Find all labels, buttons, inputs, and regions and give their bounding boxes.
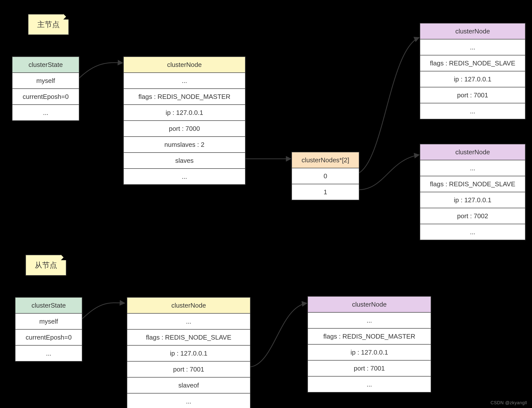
upper-slave-node-b: clusterNode ... flags : REDIS_NODE_SLAVE… — [420, 144, 526, 240]
table-row: ip : 127.0.0.1 — [124, 104, 245, 120]
lower-clusterstate: clusterState myself currentEposh=0 ... — [15, 297, 82, 362]
table-row: flags : REDIS_NODE_MASTER — [308, 328, 431, 344]
table-header: clusterNodes*[2] — [292, 152, 359, 168]
table-row: flags : REDIS_NODE_SLAVE — [420, 55, 525, 71]
table-row: port : 7001 — [308, 360, 431, 376]
table-header: clusterNode — [308, 297, 431, 312]
table-row: port : 7002 — [420, 208, 525, 224]
table-header: clusterNode — [127, 298, 250, 313]
table-row: currentEposh=0 — [15, 329, 82, 345]
upper-master-node: clusterNode ... flags : REDIS_NODE_MASTE… — [123, 56, 246, 185]
note-master: 主节点 — [28, 14, 69, 35]
table-row: currentEposh=0 — [12, 88, 79, 104]
table-row: ... — [12, 104, 79, 120]
table-row: ... — [420, 103, 525, 119]
table-row: ip : 127.0.0.1 — [127, 345, 250, 361]
watermark: CSDN @zkyangll — [491, 400, 527, 406]
table-row: 0 — [292, 168, 359, 184]
table-row: slaveof — [127, 377, 250, 393]
table-row: port : 7001 — [127, 361, 250, 377]
table-row: flags : REDIS_NODE_SLAVE — [127, 329, 250, 345]
diagram-canvas: 主节点 从节点 clusterState myself currentEposh… — [0, 0, 532, 408]
table-row: ip : 127.0.0.1 — [420, 71, 525, 87]
table-row: ip : 127.0.0.1 — [308, 344, 431, 360]
table-header: clusterNode — [420, 144, 525, 160]
table-row: slaves — [124, 152, 245, 168]
table-row: ... — [420, 160, 525, 176]
table-row: ... — [127, 393, 250, 408]
lower-master-node: clusterNode ... flags : REDIS_NODE_MASTE… — [307, 296, 431, 393]
table-row: ... — [124, 168, 245, 184]
upper-slave-node-a: clusterNode ... flags : REDIS_NODE_SLAVE… — [420, 23, 526, 119]
table-row: port : 7001 — [420, 87, 525, 103]
table-row: myself — [15, 313, 82, 329]
table-header: clusterState — [12, 57, 79, 72]
note-slave: 从节点 — [25, 255, 66, 276]
table-header: clusterNode — [124, 57, 245, 72]
table-row: ... — [308, 376, 431, 392]
table-row: ip : 127.0.0.1 — [420, 192, 525, 208]
table-row: flags : REDIS_NODE_MASTER — [124, 88, 245, 104]
table-row: ... — [124, 72, 245, 88]
table-row: myself — [12, 72, 79, 88]
table-row: ... — [127, 313, 250, 329]
table-row: ... — [15, 345, 82, 361]
table-row: ... — [420, 224, 525, 240]
table-row: port : 7000 — [124, 120, 245, 136]
upper-slaves-array: clusterNodes*[2] 0 1 — [291, 152, 359, 200]
table-row: flags : REDIS_NODE_SLAVE — [420, 176, 525, 192]
upper-clusterstate: clusterState myself currentEposh=0 ... — [12, 56, 79, 121]
table-row: ... — [420, 39, 525, 55]
table-header: clusterState — [15, 298, 82, 313]
table-row: ... — [308, 312, 431, 328]
table-header: clusterNode — [420, 23, 525, 39]
table-row: 1 — [292, 184, 359, 200]
lower-slave-node: clusterNode ... flags : REDIS_NODE_SLAVE… — [127, 297, 251, 408]
table-row: numslaves : 2 — [124, 136, 245, 152]
